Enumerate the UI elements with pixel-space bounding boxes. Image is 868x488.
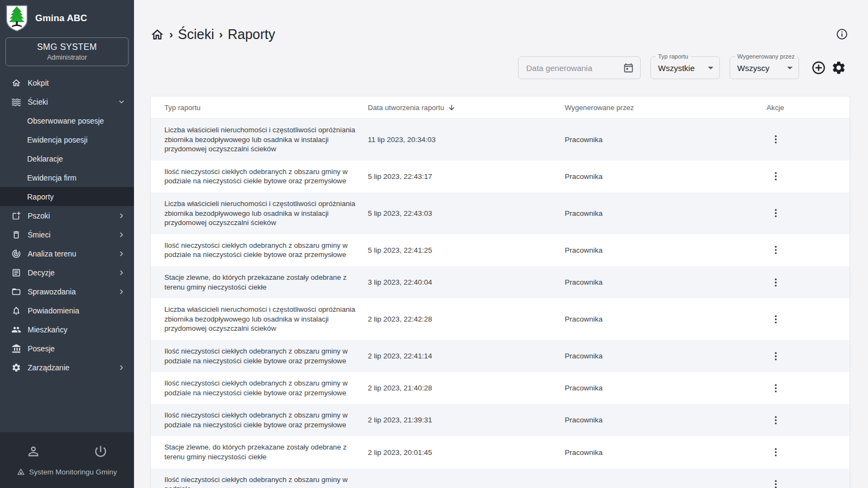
sidebar-item-deklaracje[interactable]: Deklaracje <box>0 149 134 168</box>
system-name: SMG SYSTEM <box>8 42 126 52</box>
sidebar-menu: Kokpit Ścieki Obserwowane posesje Ewiden… <box>0 73 134 377</box>
row-actions-menu-button[interactable] <box>767 379 785 397</box>
target-icon <box>11 249 21 259</box>
generated-by-cell: Pracownika <box>565 416 755 424</box>
row-actions-menu-button[interactable] <box>767 310 785 329</box>
row-actions-menu-button[interactable] <box>767 273 785 292</box>
sidebar-item-label: Śmieci <box>28 230 118 239</box>
profile-button[interactable] <box>26 444 41 459</box>
date-filter-field[interactable] <box>518 56 641 79</box>
header-data-utworzenia-label: Data utworzenia raportu <box>368 104 444 112</box>
sort-desc-arrow-icon[interactable] <box>448 104 456 112</box>
sidebar-item-analiza-terenu[interactable]: Analiza terenu <box>0 244 134 263</box>
row-actions-menu-button[interactable] <box>767 475 785 488</box>
row-actions-menu-button[interactable] <box>767 204 785 222</box>
breadcrumb-raporty: Raporty <box>228 27 276 42</box>
calendar-icon[interactable] <box>623 63 634 73</box>
table-row[interactable]: Liczba właścicieli nieruchomości i częst… <box>151 119 850 160</box>
chevron-right-icon <box>118 231 125 239</box>
row-actions-menu-button[interactable] <box>767 167 785 185</box>
dropdown-caret-icon <box>787 67 793 69</box>
date-filter-input[interactable] <box>525 63 619 73</box>
table-header-row: Typ raportu Data utworzenia raportu Wyge… <box>151 97 850 119</box>
report-date-cell: 2 lip 2023, 22:41:14 <box>368 352 565 360</box>
report-type-cell: Ilość nieczystości ciekłych odebranych z… <box>151 372 368 404</box>
sidebar-item-powiadomienia[interactable]: Powiadomienia <box>0 301 134 320</box>
sidebar-item-scieki[interactable]: Ścieki <box>0 92 134 111</box>
sidebar-item-raporty[interactable]: Raporty <box>0 187 134 206</box>
sidebar-item-label: Sprawozdania <box>28 287 118 296</box>
reports-table: Typ raportu Data utworzenia raportu Wyge… <box>150 96 850 488</box>
sidebar-item-obserwowane-posesje[interactable]: Obserwowane posesje <box>0 111 134 130</box>
sidebar-item-label: Posesje <box>28 344 125 353</box>
report-date-cell: 5 lip 2023, 22:43:03 <box>368 209 565 217</box>
sidebar-item-label: Deklaracje <box>27 155 125 163</box>
sidebar-item-smieci[interactable]: Śmieci <box>0 225 134 244</box>
sidebar-item-label: Pszoki <box>28 211 118 220</box>
report-type-value: Wszystkie <box>658 63 708 73</box>
sidebar-item-sprawozdania[interactable]: Sprawozdania <box>0 282 134 301</box>
breadcrumb-home-icon[interactable] <box>150 28 164 42</box>
sidebar-item-pszoki[interactable]: Pszoki <box>0 206 134 225</box>
org-name: Gmina ABC <box>35 13 87 24</box>
sidebar-item-mieszkancy[interactable]: Mieszkańcy <box>0 320 134 339</box>
report-type-cell: Liczba właścicieli nieruchomości i częst… <box>151 119 368 160</box>
report-date-cell: 2 lip 2023, 21:40:28 <box>368 384 565 392</box>
table-row[interactable]: Liczba właścicieli nieruchomości i częst… <box>151 298 850 340</box>
table-settings-gear-button[interactable] <box>831 60 846 75</box>
table-row[interactable]: Ilość nieczystości ciekłych odebranych z… <box>151 340 850 372</box>
header-data-utworzenia[interactable]: Data utworzenia raportu <box>368 104 565 112</box>
row-actions-menu-button[interactable] <box>767 347 785 365</box>
report-date-cell: 3 lip 2023, 22:40:04 <box>368 278 565 286</box>
sidebar-footer: System Monitoringu Gminy <box>0 432 134 488</box>
breadcrumb-scieki[interactable]: Ścieki <box>178 27 214 42</box>
document-icon <box>11 268 21 278</box>
row-actions-menu-button[interactable] <box>767 130 785 149</box>
table-row[interactable]: Ilość nieczystości ciekłych odebranych z… <box>151 234 850 266</box>
generated-by-label: Wygenerowany przez <box>735 53 797 60</box>
add-report-button[interactable] <box>811 60 826 75</box>
system-badge[interactable]: SMG SYSTEM Administrator <box>5 37 129 66</box>
bank-icon <box>11 344 21 354</box>
generated-by-cell: Pracownika <box>565 384 755 392</box>
sidebar-item-posesje[interactable]: Posesje <box>0 339 134 358</box>
generated-by-select[interactable]: Wygenerowany przez Wszyscy <box>730 56 799 79</box>
breadcrumb-separator: › <box>219 28 223 42</box>
sidebar-item-label: Ścieki <box>28 98 118 106</box>
table-row[interactable]: Stacje zlewne, do których przekazane zos… <box>151 266 850 298</box>
sidebar-item-ewidencja-posesji[interactable]: Ewidencja posesji <box>0 130 134 149</box>
logout-power-button[interactable] <box>93 444 108 459</box>
table-row[interactable]: Stacje zlewne, do których przekazane zos… <box>151 436 850 468</box>
sidebar-item-decyzje[interactable]: Decyzje <box>0 263 134 282</box>
main-content: › Ścieki › Raporty Typ raportu Wszystkie… <box>134 0 868 488</box>
sidebar-item-zarzadzanie[interactable]: Zarządzanie <box>0 358 134 377</box>
table-row[interactable]: Ilość nieczystości ciekłych odebranych z… <box>151 372 850 404</box>
generated-by-cell: Pracownika <box>565 246 755 254</box>
report-type-cell: Stacje zlewne, do których przekazane zos… <box>151 436 368 468</box>
info-icon[interactable] <box>835 28 848 41</box>
report-type-cell: Ilość nieczystości ciekłych odebranych z… <box>151 468 368 488</box>
report-type-cell: Liczba właścicieli nieruchomości i częst… <box>151 298 368 340</box>
report-type-label: Typ raportu <box>656 53 691 60</box>
table-row[interactable]: Liczba właścicieli nieruchomości i częst… <box>151 192 850 234</box>
row-actions-menu-button[interactable] <box>767 241 785 259</box>
report-date-cell: 5 lip 2023, 22:41:25 <box>368 246 565 254</box>
generated-by-cell: Pracownika <box>565 315 755 323</box>
sidebar: Gmina ABC SMG SYSTEM Administrator Kokpi… <box>0 0 134 488</box>
sidebar-item-label: Zarządzanie <box>28 363 118 372</box>
table-row[interactable]: Ilość nieczystości ciekłych odebranych z… <box>151 468 850 488</box>
sidebar-item-kokpit[interactable]: Kokpit <box>0 73 134 92</box>
table-row[interactable]: Ilość nieczystości ciekłych odebranych z… <box>151 160 850 192</box>
row-actions-menu-button[interactable] <box>767 443 785 461</box>
sidebar-item-label: Ewidencja posesji <box>27 136 125 144</box>
sidebar-item-ewidencja-firm[interactable]: Ewidencja firm <box>0 168 134 187</box>
people-icon <box>11 325 21 335</box>
breadcrumb: › Ścieki › Raporty <box>150 27 275 42</box>
chevron-down-icon <box>118 98 125 106</box>
report-type-select[interactable]: Typ raportu Wszystkie <box>650 56 720 79</box>
row-actions-menu-button[interactable] <box>767 411 785 429</box>
table-row[interactable]: Ilość nieczystości ciekłych odebranych z… <box>151 404 850 436</box>
chevron-right-icon <box>118 250 125 258</box>
chevron-right-icon <box>118 364 125 371</box>
waves-icon <box>11 97 21 107</box>
